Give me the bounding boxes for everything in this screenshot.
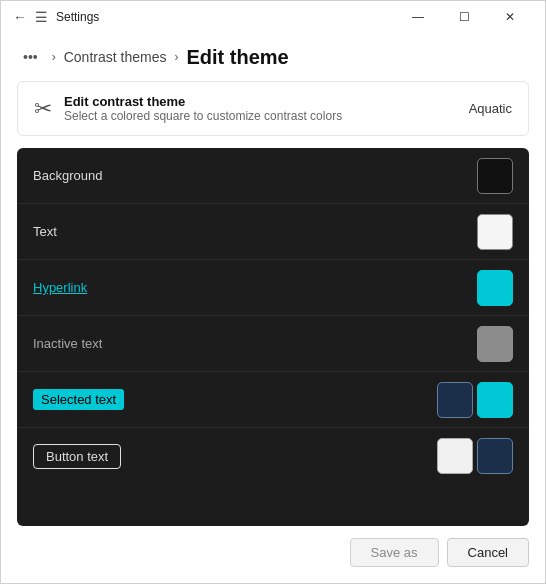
breadcrumb-chevron-2: › (174, 50, 178, 64)
theme-color-list: Background Text Hyperlink (17, 148, 529, 526)
title-bar-controls: — ☐ ✕ (395, 1, 533, 33)
text-label: Text (33, 224, 477, 239)
breadcrumb: ••• › Contrast themes › Edit theme (1, 33, 545, 81)
hyperlink-swatches (477, 270, 513, 306)
button-text-swatch-2[interactable] (477, 438, 513, 474)
selected-text-swatch-2[interactable] (477, 382, 513, 418)
info-texts: Edit contrast theme Select a colored squ… (64, 94, 457, 123)
text-swatch[interactable] (477, 214, 513, 250)
selected-text-row: Selected text (17, 372, 529, 428)
inactive-text-swatch[interactable] (477, 326, 513, 362)
settings-window: ← ☰ Settings — ☐ ✕ ••• › Contrast themes… (0, 0, 546, 584)
button-text-box: Button text (33, 444, 121, 469)
selected-text-swatch-1[interactable] (437, 382, 473, 418)
background-swatch[interactable] (477, 158, 513, 194)
title-bar-title: Settings (56, 10, 99, 24)
inactive-text-row: Inactive text (17, 316, 529, 372)
close-button[interactable]: ✕ (487, 1, 533, 33)
button-text-row: Button text (17, 428, 529, 484)
maximize-button[interactable]: ☐ (441, 1, 487, 33)
text-swatches (477, 214, 513, 250)
hyperlink-swatch[interactable] (477, 270, 513, 306)
text-row: Text (17, 204, 529, 260)
title-bar: ← ☰ Settings — ☐ ✕ (1, 1, 545, 33)
breadcrumb-current: Edit theme (186, 46, 288, 69)
footer: Save as Cancel (17, 526, 529, 567)
info-card: ✂ Edit contrast theme Select a colored s… (17, 81, 529, 136)
inactive-text-label: Inactive text (33, 336, 477, 351)
background-row: Background (17, 148, 529, 204)
content-area: ✂ Edit contrast theme Select a colored s… (1, 81, 545, 583)
button-text-label-container: Button text (33, 444, 437, 469)
inactive-text-swatches (477, 326, 513, 362)
save-as-button[interactable]: Save as (350, 538, 439, 567)
info-card-title: Edit contrast theme (64, 94, 457, 109)
title-bar-left: ← ☰ Settings (13, 9, 395, 25)
minimize-button[interactable]: — (395, 1, 441, 33)
scissors-icon: ✂ (34, 96, 52, 122)
cancel-button[interactable]: Cancel (447, 538, 529, 567)
background-label: Background (33, 168, 477, 183)
hyperlink-label: Hyperlink (33, 280, 477, 295)
selected-text-swatches (437, 382, 513, 418)
button-text-swatches (437, 438, 513, 474)
info-card-subtitle: Select a colored square to customize con… (64, 109, 457, 123)
breadcrumb-parent[interactable]: Contrast themes (64, 49, 167, 65)
button-text-swatch-1[interactable] (437, 438, 473, 474)
selected-text-highlight: Selected text (33, 389, 124, 410)
background-swatches (477, 158, 513, 194)
back-icon[interactable]: ← (13, 9, 27, 25)
breadcrumb-chevron-1: › (52, 50, 56, 64)
selected-text-label: Selected text (33, 392, 437, 407)
breadcrumb-dots[interactable]: ••• (17, 45, 44, 69)
theme-name-badge: Aquatic (469, 101, 512, 116)
hyperlink-row: Hyperlink (17, 260, 529, 316)
hamburger-icon[interactable]: ☰ (35, 9, 48, 25)
